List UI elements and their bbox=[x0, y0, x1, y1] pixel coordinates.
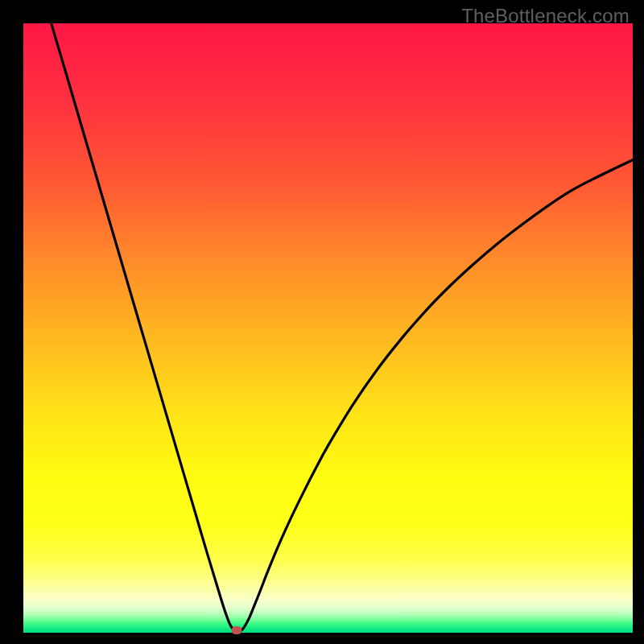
optimum-marker bbox=[231, 626, 242, 634]
bottleneck-curve bbox=[23, 23, 633, 633]
watermark-text: TheBottleneck.com bbox=[461, 5, 630, 27]
plot-area bbox=[23, 23, 633, 633]
